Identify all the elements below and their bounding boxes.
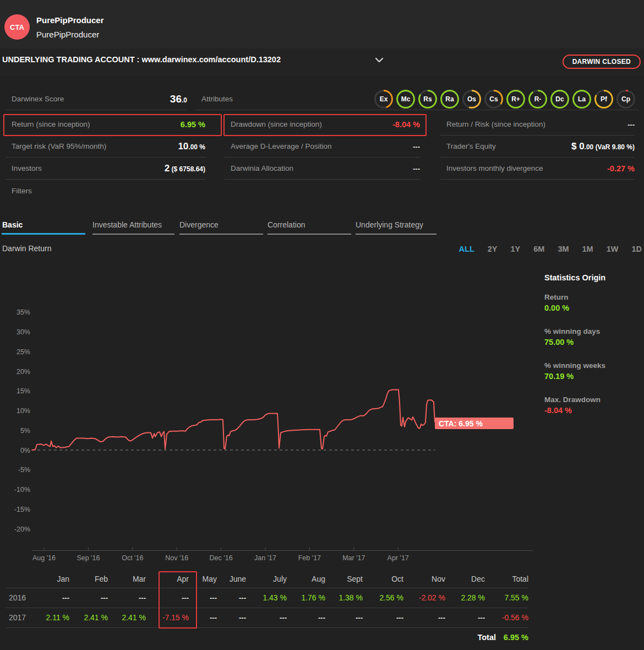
tab-correlation[interactable]: Correlation (268, 220, 351, 235)
range-6m[interactable]: 6M (533, 245, 544, 253)
stat-cell-trader-s-equity: Trader's Equity$ 0.00 (VaR 9.80 %) (440, 136, 635, 158)
year-label: 2016 (6, 588, 34, 608)
underlying-account-label[interactable]: UNDERLYING TRADING ACCOUNT : www.darwine… (2, 55, 281, 64)
stat-label: Return / Risk (since inception) (440, 120, 545, 128)
attribute-badge-la[interactable]: La (572, 90, 591, 109)
darwinex-score-label: Darwinex Score (6, 95, 64, 103)
darwinex-score-value: 36.0 (170, 93, 187, 105)
stat-value: 10.00 % (178, 141, 205, 152)
attribute-badge-label: Mc (398, 91, 413, 107)
stats-origin-value: -8.04 % (544, 406, 643, 415)
y-axis-tick-label: 25% (17, 348, 30, 356)
attribute-badge-rplus[interactable]: R+ (506, 90, 525, 109)
attribute-badge-dc[interactable]: Dc (550, 90, 569, 109)
attribute-badge-mc[interactable]: Mc (396, 90, 415, 109)
stats-origin-label: % winning weeks (544, 361, 643, 370)
monthly-return-cell: --- (246, 608, 287, 627)
stats-origin-label: Return (544, 293, 643, 301)
y-axis-tick-label: -15% (14, 506, 30, 513)
filters-section[interactable]: Filters (6, 180, 205, 202)
month-column-header: Sept (325, 570, 363, 588)
monthly-return-cell: --- (69, 588, 108, 608)
chevron-down-icon[interactable] (375, 57, 384, 63)
attribute-badge-label: Rs (420, 91, 435, 107)
monthly-return-cell: 2.41 % (69, 608, 108, 627)
monthly-return-cell: 1.38 % (325, 588, 363, 608)
range-3m[interactable]: 3M (558, 245, 569, 253)
stats-origin-item: % winning days75.00 % (544, 327, 643, 346)
x-axis-tick-label: Apr '17 (388, 554, 409, 562)
attribute-badge-ra[interactable]: Ra (440, 90, 459, 109)
darwin-avatar: CTA (4, 14, 30, 40)
stat-cell-return-since-inception-: Return (since inception)6.95 % (6, 113, 205, 136)
monthly-return-cell: 2.41 % (108, 608, 146, 627)
month-column-header: Oct (363, 570, 403, 588)
statistics-origin-panel: Statistics Origin Return0.00 %% winning … (544, 273, 643, 430)
x-axis-tick-label: Mar '17 (342, 554, 365, 562)
range-2y[interactable]: 2Y (488, 245, 498, 253)
stat-cell-investors-monthly-divergence: Investors monthly divergence-0.27 % (440, 158, 635, 180)
stat-label: Investors monthly divergence (440, 164, 543, 172)
attribute-badge-os[interactable]: Os (462, 90, 481, 109)
y-axis-tick-label: 30% (17, 328, 30, 336)
y-axis-tick-label: -10% (14, 486, 30, 494)
stats-origin-label: Max. Drawdown (544, 396, 643, 404)
stat-cell-drawdown-since-inception-: Drawdown (since inception)-8.04 % (225, 113, 420, 136)
stat-cell-average-d-leverage-position: Average D-Leverage / Position--- (225, 136, 420, 158)
range-1m[interactable]: 1M (582, 245, 593, 253)
tab-underlying-strategy[interactable]: Underlying Strategy (356, 220, 436, 235)
attribute-badge-label: La (574, 91, 590, 107)
attribute-badge-label: Cs (486, 91, 501, 107)
y-axis-tick-label: -20% (14, 526, 30, 533)
stat-label: Investors (6, 164, 42, 172)
monthly-return-cell: 7.55 % (485, 588, 528, 608)
stat-cell-return-risk-since-inception-: Return / Risk (since inception)--- (440, 113, 635, 136)
darwin-return-chart[interactable]: 35%30%25%20%15%10%5%0%-5%-10%-15%-20%Aug… (0, 300, 545, 564)
attribute-badge-ex[interactable]: Ex (374, 90, 393, 109)
stats-origin-value: 75.00 % (544, 338, 643, 346)
stats-origin-item: % winning weeks70.19 % (544, 361, 643, 381)
darwin-name: PurePipProducer (36, 15, 104, 25)
month-column-header: Nov (403, 570, 445, 588)
month-column-header: Total (485, 570, 528, 588)
stat-value: -8.04 % (392, 120, 420, 129)
darwin-closed-button[interactable]: DARWIN CLOSED (563, 55, 641, 69)
monthly-return-cell: --- (34, 588, 69, 608)
tab-investable-attributes[interactable]: Investable Attributes (92, 220, 174, 235)
x-axis-tick-label: Dec '16 (210, 554, 233, 562)
monthly-return-cell: --- (325, 608, 363, 627)
tab-basic[interactable]: Basic (2, 220, 85, 235)
investors-row: Investors2 ($ 6758.64)Darwinia Allocatio… (0, 158, 644, 180)
stat-cell-target-risk-var-95-month-: Target risk (VaR 95%/month)10.00 % (6, 136, 205, 158)
attribute-badge-label: Ra (442, 91, 457, 107)
stat-cell-darwinia-allocation: Darwinia Allocation--- (225, 158, 420, 180)
attribute-badge-cp[interactable]: Cp (616, 90, 635, 109)
stat-label: Darwinia Allocation (225, 164, 293, 172)
month-column-header: Jan (34, 570, 69, 588)
stat-value: $ 0.00 (VaR 9.80 %) (571, 141, 635, 152)
range-1y[interactable]: 1Y (510, 245, 520, 253)
stat-value: --- (413, 142, 420, 151)
page-header: CTA PurePipProducer PurePipProducer (0, 0, 644, 48)
month-column-header: Mar (108, 570, 146, 588)
attribute-badge-cs[interactable]: Cs (484, 90, 503, 109)
month-column-header: Dec (445, 570, 485, 588)
attribute-badge-rminus[interactable]: R- (528, 90, 547, 109)
monthly-return-cell: --- (217, 608, 246, 627)
attribute-badge-pf[interactable]: Pf (594, 90, 613, 109)
y-axis-tick-label: 20% (17, 368, 30, 376)
tab-divergence[interactable]: Divergence (179, 220, 263, 235)
range-1d[interactable]: 1D (631, 245, 642, 253)
stat-value: --- (627, 120, 635, 129)
attribute-badge-label: R+ (508, 91, 523, 107)
range-1w[interactable]: 1W (607, 245, 619, 253)
x-axis-tick-label: Nov '16 (165, 554, 188, 562)
month-column-header: Aug (287, 570, 325, 588)
stat-label: Average D-Leverage / Position (225, 142, 332, 150)
y-axis-tick-label: 0% (20, 447, 30, 454)
attribute-badge-rs[interactable]: Rs (418, 90, 437, 109)
x-axis-tick-label: Feb '17 (298, 554, 321, 562)
attribute-badge-label: Cp (618, 91, 634, 107)
y-axis-tick-label: 35% (17, 308, 30, 316)
range-all[interactable]: ALL (459, 245, 474, 253)
